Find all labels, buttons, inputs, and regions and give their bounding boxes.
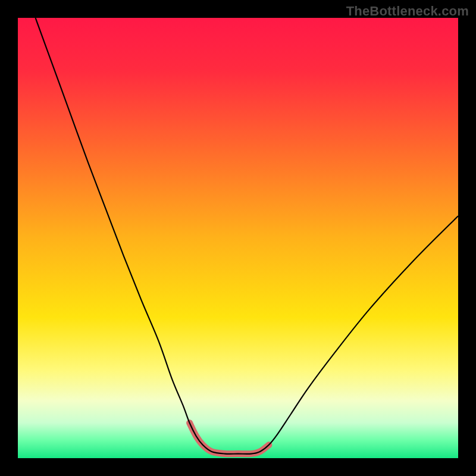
chart-svg [18, 18, 458, 458]
watermark-text: TheBottleneck.com [346, 4, 469, 19]
chart-frame: TheBottleneck.com [0, 0, 476, 476]
gradient-background [18, 18, 458, 458]
plot-area [18, 18, 458, 458]
